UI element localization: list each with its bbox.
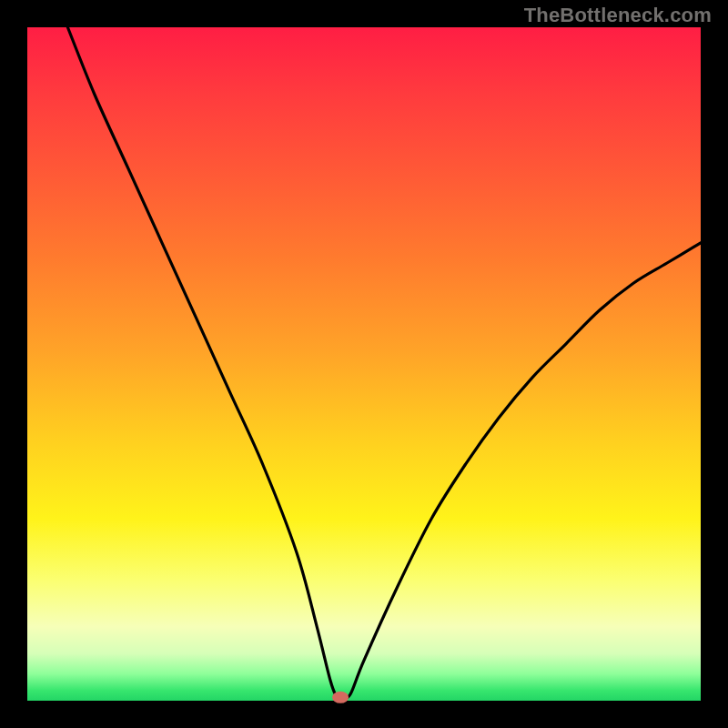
curve-layer (27, 27, 701, 701)
chart-frame: TheBottleneck.com (0, 0, 728, 728)
optimum-marker (332, 692, 349, 703)
bottleneck-curve (67, 27, 701, 699)
attribution-text: TheBottleneck.com (524, 4, 712, 27)
plot-area (27, 27, 701, 701)
